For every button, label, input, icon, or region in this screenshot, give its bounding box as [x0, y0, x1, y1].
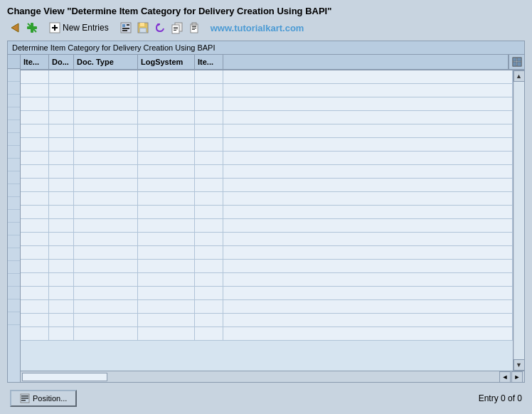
h-scroll-track-area: [22, 373, 107, 381]
data-panel: Determine Item Category for Delivery Cre…: [7, 41, 525, 383]
panel-title: Determine Item Category for Delivery Cre…: [8, 41, 524, 55]
title-bar: Change View "Determine Item Category for…: [3, 3, 529, 18]
table-row[interactable]: [21, 165, 513, 179]
row-num-15: [8, 248, 20, 261]
svg-rect-24: [192, 26, 196, 27]
scroll-track-v[interactable]: [514, 82, 524, 359]
table-row[interactable]: [21, 327, 513, 341]
bottom-bar: Position... Entry 0 of 0: [3, 386, 529, 411]
svg-rect-19: [174, 27, 178, 28]
row-num-8: [8, 159, 20, 171]
table-header: Ite... Do... Doc. Type LogSystem Ite...: [21, 55, 524, 70]
svg-rect-21: [174, 30, 176, 31]
details-icon[interactable]: [118, 20, 134, 36]
table-row[interactable]: [21, 192, 513, 206]
table-row[interactable]: [21, 287, 513, 300]
svg-rect-10: [122, 28, 129, 29]
svg-rect-31: [517, 62, 521, 66]
entry-info: Entry 0 of 0: [479, 393, 522, 403]
col-header-ite2: Ite...: [195, 55, 223, 69]
row-num-11: [8, 197, 20, 210]
scroll-left-button[interactable]: ◄: [499, 371, 511, 383]
row-num-10: [8, 184, 20, 197]
table-row[interactable]: [21, 152, 513, 165]
table-row[interactable]: [21, 111, 513, 124]
new-entries-button[interactable]: New Entries: [46, 20, 112, 36]
col-header-do: Do...: [49, 55, 74, 69]
table-area: Ite... Do... Doc. Type LogSystem Ite...: [21, 55, 524, 382]
svg-rect-28: [513, 58, 516, 61]
svg-rect-25: [192, 28, 196, 28]
position-btn-label: Position...: [33, 394, 67, 403]
table-row[interactable]: [21, 124, 513, 138]
scroll-up-button[interactable]: ▲: [514, 70, 525, 82]
paste-icon[interactable]: [186, 20, 202, 36]
svg-rect-13: [140, 23, 144, 26]
row-num-1: [8, 69, 20, 82]
exit-icon[interactable]: [24, 20, 40, 36]
table-row[interactable]: [21, 97, 513, 111]
row-num-18: [8, 287, 20, 299]
table-row[interactable]: [21, 273, 513, 287]
col-header-logsystem: LogSystem: [138, 55, 195, 69]
row-num-header: [8, 55, 20, 69]
copy-icon[interactable]: [169, 20, 185, 36]
table-row[interactable]: [21, 233, 513, 246]
horizontal-scrollbar[interactable]: ◄ ►: [21, 371, 524, 382]
table-row[interactable]: [21, 138, 513, 152]
table-row[interactable]: [21, 84, 513, 97]
save-icon[interactable]: [135, 20, 151, 36]
table-row[interactable]: [21, 314, 513, 327]
table-row[interactable]: [21, 246, 513, 260]
vertical-scrollbar[interactable]: ▲ ▼: [513, 70, 524, 371]
row-num-2: [8, 82, 20, 95]
row-num-9: [8, 171, 20, 184]
back-icon[interactable]: [7, 20, 23, 36]
row-num-4: [8, 107, 20, 120]
row-num-20: [8, 312, 20, 325]
svg-rect-23: [192, 23, 196, 26]
row-num-3: [8, 95, 20, 107]
svg-rect-29: [517, 58, 521, 61]
watermark: www.tutorialkart.com: [211, 23, 304, 33]
table-row[interactable]: [21, 260, 513, 273]
row-num-17: [8, 274, 20, 287]
table-row[interactable]: [21, 70, 513, 84]
svg-rect-33: [21, 396, 28, 397]
table-settings-button[interactable]: [509, 55, 524, 69]
svg-rect-9: [127, 24, 129, 26]
new-entries-label: New Entries: [63, 23, 109, 33]
table-row[interactable]: [21, 300, 513, 314]
table-scroll-area: [21, 70, 513, 371]
svg-rect-8: [122, 24, 125, 27]
row-num-16: [8, 261, 20, 274]
row-num-6: [8, 133, 20, 146]
table-row[interactable]: [21, 179, 513, 192]
svg-rect-35: [21, 400, 26, 401]
scroll-right-button[interactable]: ►: [511, 371, 523, 383]
table-container: Ite... Do... Doc. Type LogSystem Ite...: [8, 55, 524, 382]
toolbar: New Entries: [3, 18, 529, 38]
svg-rect-15: [140, 28, 146, 32]
col-header-ite1: Ite...: [21, 55, 49, 69]
table-row[interactable]: [21, 206, 513, 219]
window-title: Change View "Determine Item Category for…: [7, 6, 331, 16]
scroll-down-button[interactable]: ▼: [514, 359, 525, 371]
row-numbers: [8, 55, 21, 382]
row-num-14: [8, 235, 20, 248]
col-header-doctype: Doc. Type: [74, 55, 138, 69]
svg-rect-34: [21, 398, 28, 399]
svg-marker-0: [11, 23, 18, 32]
position-button[interactable]: Position...: [10, 390, 77, 407]
row-num-12: [8, 210, 20, 223]
svg-rect-20: [174, 28, 178, 29]
main-window: Change View "Determine Item Category for…: [0, 0, 532, 414]
table-row[interactable]: [21, 219, 513, 233]
row-num-19: [8, 299, 20, 312]
svg-rect-30: [513, 62, 516, 66]
main-content: Determine Item Category for Delivery Cre…: [3, 38, 529, 386]
undo-icon[interactable]: [152, 20, 168, 36]
svg-rect-26: [192, 29, 195, 30]
row-num-13: [8, 223, 20, 235]
row-num-5: [8, 120, 20, 133]
